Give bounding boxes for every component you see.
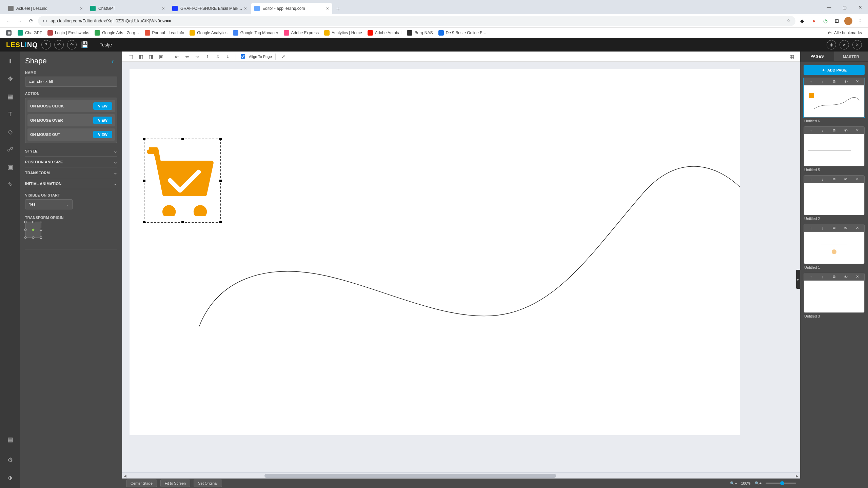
bookmarks-apps[interactable]: ▦: [3, 29, 14, 37]
page-up-icon[interactable]: ↑: [808, 274, 814, 280]
accordion-style[interactable]: STYLE⌄: [25, 146, 117, 157]
page-card[interactable]: ↑ ↓ ⧉ 👁 ✕: [804, 78, 865, 118]
history-fwd-icon[interactable]: ↷: [67, 40, 77, 49]
page-delete-icon[interactable]: ✕: [854, 274, 860, 280]
selection-box[interactable]: +: [144, 139, 221, 223]
ext-icon-1[interactable]: ◆: [797, 16, 807, 26]
preview-icon[interactable]: ◉: [827, 40, 836, 49]
page-duplicate-icon[interactable]: ⧉: [831, 225, 837, 231]
freehand-curve[interactable]: [130, 69, 740, 435]
tab-pages[interactable]: PAGES: [800, 52, 834, 61]
extensions-icon[interactable]: ⊞: [832, 16, 842, 26]
logo[interactable]: LESLINQ: [6, 41, 38, 49]
bookmark-star-icon[interactable]: ☆: [787, 18, 791, 23]
scroll-thumb[interactable]: [264, 474, 556, 478]
rail-shape-icon[interactable]: ◇: [4, 126, 16, 138]
nav-forward[interactable]: →: [15, 16, 24, 26]
send-backward-icon[interactable]: ◨: [146, 53, 155, 61]
bookmark-item[interactable]: Adobe Acrobat: [365, 29, 405, 37]
rail-image-icon[interactable]: ▦: [4, 91, 16, 102]
page-delete-icon[interactable]: ✕: [854, 225, 860, 231]
page-thumbnail[interactable]: [804, 85, 864, 117]
browser-tab[interactable]: GRAFI-OFFSHORE Email Mark…×: [169, 3, 250, 14]
window-maximize[interactable]: ▢: [837, 0, 852, 14]
page-delete-icon[interactable]: ✕: [854, 128, 860, 133]
accordion-animation[interactable]: INITIAL ANIMATION⌄: [25, 178, 117, 189]
canvas-viewport[interactable]: +: [122, 62, 800, 472]
visible-select[interactable]: Yes ⌄: [25, 199, 73, 209]
page-down-icon[interactable]: ↓: [820, 128, 825, 133]
page-card[interactable]: ↑ ↓ ⧉ 👁 ✕: [804, 224, 865, 264]
page-card[interactable]: ↑ ↓ ⧉ 👁 ✕: [804, 175, 865, 215]
cart-check-fill-icon[interactable]: [146, 141, 219, 220]
scroll-left-icon[interactable]: ◀: [122, 473, 128, 479]
page-thumbnail[interactable]: [804, 232, 864, 264]
rail-library-icon[interactable]: ▤: [4, 434, 16, 445]
bookmark-item[interactable]: Login | Freshworks: [45, 29, 92, 37]
align-left-icon[interactable]: ⇤: [173, 53, 181, 61]
help-icon[interactable]: ?: [41, 40, 51, 49]
page-down-icon[interactable]: ↓: [820, 79, 825, 84]
page-thumbnail[interactable]: [804, 134, 864, 166]
page-visibility-icon[interactable]: 👁: [843, 225, 848, 231]
ext-icon-3[interactable]: ◔: [821, 16, 830, 26]
grid-view-icon[interactable]: ▦: [787, 53, 796, 61]
align-to-page-checkbox[interactable]: [241, 54, 245, 59]
nav-back[interactable]: ←: [3, 16, 13, 26]
new-tab-button[interactable]: +: [333, 4, 343, 14]
rail-layers-icon[interactable]: ⬗: [4, 472, 16, 483]
bookmarks-all[interactable]: 🗀 Alle bookmarks: [825, 29, 865, 37]
save-icon[interactable]: 💾: [80, 40, 90, 49]
page-down-icon[interactable]: ↓: [820, 274, 825, 280]
add-page-button[interactable]: ＋ ADD PAGE: [804, 65, 865, 75]
align-right-icon[interactable]: ⇥: [193, 53, 202, 61]
align-bottom-icon[interactable]: ⤓: [223, 53, 232, 61]
page-down-icon[interactable]: ↓: [820, 177, 825, 182]
window-close[interactable]: ✕: [852, 0, 868, 14]
align-center-h-icon[interactable]: ⇔: [183, 53, 192, 61]
bookmark-item[interactable]: Google Ads - Zorg…: [92, 29, 142, 37]
close-icon[interactable]: ×: [80, 6, 83, 11]
page-thumbnail[interactable]: [804, 183, 864, 215]
close-icon[interactable]: ×: [162, 6, 165, 11]
ext-icon-2[interactable]: ●: [809, 16, 818, 26]
page-duplicate-icon[interactable]: ⧉: [831, 177, 837, 182]
page-up-icon[interactable]: ↑: [808, 79, 814, 84]
expand-icon[interactable]: ⤢: [279, 53, 288, 61]
bookmark-item[interactable]: Analytics | Home: [321, 29, 365, 37]
browser-tab[interactable]: Actueel | LesLinq×: [5, 3, 86, 14]
center-stage-button[interactable]: Center Stage: [126, 480, 157, 487]
history-back-icon[interactable]: ↶: [54, 40, 64, 49]
accordion-transform[interactable]: TRANSFORM⌄: [25, 167, 117, 178]
close-editor-icon[interactable]: ✕: [852, 40, 862, 49]
bookmark-item[interactable]: De 9 Beste Online F…: [436, 29, 489, 37]
align-center-v-icon[interactable]: ⇕: [213, 53, 222, 61]
rail-text-icon[interactable]: T: [4, 108, 16, 120]
send-back-icon[interactable]: ▣: [157, 53, 165, 61]
fit-screen-button[interactable]: Fit to Screen: [160, 480, 190, 487]
page-duplicate-icon[interactable]: ⧉: [831, 128, 837, 133]
action-out-view-button[interactable]: VIEW: [93, 131, 112, 138]
tab-master[interactable]: MASTER: [834, 52, 868, 61]
shape-name-input[interactable]: [25, 77, 117, 87]
site-info-icon[interactable]: ⊶: [43, 18, 47, 23]
bookmark-item[interactable]: ChatGPT: [15, 29, 45, 37]
page-up-icon[interactable]: ↑: [808, 225, 814, 231]
action-click-view-button[interactable]: VIEW: [93, 102, 112, 110]
inspector-back-icon[interactable]: ‹: [108, 56, 117, 66]
zoom-slider[interactable]: [766, 483, 796, 484]
rail-media-icon[interactable]: ▣: [4, 161, 16, 173]
canvas-scrollbar-h[interactable]: ◀ ▶: [122, 472, 800, 479]
bookmark-item[interactable]: Berg-NAS: [404, 29, 435, 37]
page-delete-icon[interactable]: ✕: [854, 79, 860, 84]
bring-forward-icon[interactable]: ◧: [136, 53, 145, 61]
bookmark-item[interactable]: Google Analytics: [187, 29, 230, 37]
page-visibility-icon[interactable]: 👁: [843, 79, 848, 84]
url-bar[interactable]: ⊶ app.leslinq.com/Editor/Index/XqH0Z3hQq…: [38, 16, 795, 26]
rail-upload-icon[interactable]: ⬆: [4, 56, 16, 67]
collapse-panel-icon[interactable]: ▸: [796, 270, 800, 289]
action-over-view-button[interactable]: VIEW: [93, 117, 112, 124]
align-top-icon[interactable]: ⤒: [203, 53, 212, 61]
page-thumbnail[interactable]: [804, 281, 864, 312]
rail-pen-icon[interactable]: ✎: [4, 179, 16, 190]
